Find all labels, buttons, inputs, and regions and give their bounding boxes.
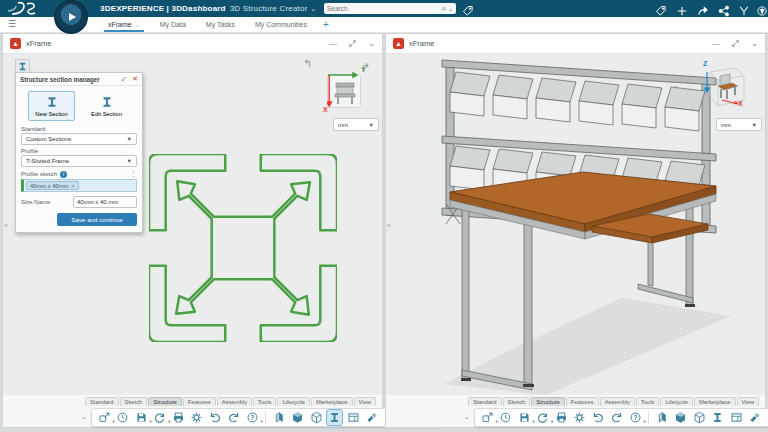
ribbon-tab-standard[interactable]: Standard xyxy=(468,397,502,406)
ribbon-tab-features[interactable]: Features xyxy=(566,397,599,406)
sketch-viewport[interactable]: » ↰ ↰ Y X xyxy=(3,54,382,395)
share-model-icon[interactable]: ▾ xyxy=(480,410,495,425)
help-icon[interactable] xyxy=(756,3,768,15)
ribbon-tab-standard[interactable]: Standard xyxy=(85,397,119,406)
new-section-button[interactable]: New Section xyxy=(28,91,75,121)
dialog-docked-tab[interactable] xyxy=(15,59,30,72)
export-stack-icon[interactable] xyxy=(554,410,569,425)
share-forward-icon[interactable] xyxy=(697,3,709,15)
structure-section-ibeam-icon[interactable] xyxy=(710,410,725,425)
export-stack-icon[interactable] xyxy=(171,410,186,425)
fastener-tool-icon[interactable] xyxy=(364,410,379,425)
ribbon-tab-lifecycle[interactable]: Lifecycle xyxy=(277,397,310,406)
save-and-continue-button[interactable]: Save and continue xyxy=(57,213,137,226)
column-profile-icon[interactable] xyxy=(655,410,670,425)
history-clock-icon[interactable] xyxy=(115,410,130,425)
save-icon[interactable]: ▾ xyxy=(517,410,532,425)
expand-icon[interactable] xyxy=(348,39,357,48)
surface-box-icon[interactable] xyxy=(309,410,324,425)
update-sync-icon[interactable]: ▾ xyxy=(152,410,167,425)
expand-icon[interactable] xyxy=(731,39,740,48)
add-icon[interactable] xyxy=(676,3,688,15)
redo-icon[interactable] xyxy=(226,410,241,425)
solid-box-icon[interactable] xyxy=(290,410,305,425)
dialog-close-icon[interactable]: ✕ xyxy=(132,75,138,83)
ribbon-tab-assembly[interactable]: Assembly xyxy=(217,397,252,406)
redo-icon[interactable] xyxy=(609,410,624,425)
profile-sketch-field[interactable]: 40mm x 40mm × xyxy=(21,179,137,192)
minimize-icon[interactable]: — xyxy=(712,40,720,48)
dialog-confirm-icon[interactable]: ✓ xyxy=(120,75,127,84)
kebab-menu-icon[interactable]: ⋮ xyxy=(130,170,137,178)
help-circle-icon[interactable]: ▾ xyxy=(628,410,643,425)
edit-section-button[interactable]: Edit Section xyxy=(83,91,130,121)
settings-gear-icon[interactable] xyxy=(189,410,204,425)
tab-my-data[interactable]: My Data xyxy=(150,17,196,32)
ribbon-tab-view[interactable]: View xyxy=(737,397,759,406)
ribbon-tab-structure[interactable]: Structure xyxy=(148,397,182,406)
update-sync-icon[interactable]: ▾ xyxy=(535,410,550,425)
help-circle-icon[interactable]: ▾ xyxy=(245,410,260,425)
tslot-profile-sketch[interactable] xyxy=(149,154,337,342)
panel-expander-chevron-icon[interactable]: » xyxy=(4,222,8,229)
tab-my-communities[interactable]: My Communities xyxy=(245,17,317,32)
tag-filter-icon[interactable] xyxy=(462,3,474,15)
toolbar-collapse-icon[interactable]: ⌄ xyxy=(464,413,470,421)
global-search[interactable]: ⌕ ⌄ xyxy=(324,3,456,14)
share-model-icon[interactable]: ▾ xyxy=(97,410,112,425)
units-dropdown[interactable]: mm▼ xyxy=(333,118,379,131)
sketch-chip[interactable]: 40mm x 40mm × xyxy=(26,181,79,190)
3d-viewport[interactable]: » xyxy=(386,54,765,395)
ribbon-tab-assembly[interactable]: Assembly xyxy=(600,397,635,406)
search-icon[interactable]: ⌕ xyxy=(441,5,445,13)
tab-caret-icon[interactable]: ⌄ xyxy=(135,21,140,28)
panel-frame-icon[interactable] xyxy=(729,410,744,425)
app-switch-caret-icon[interactable]: ⌄ xyxy=(311,5,317,12)
dialog-title-bar[interactable]: Structure section manager ✓ ✕ xyxy=(16,73,142,86)
rotate-left-icon[interactable]: ↰ xyxy=(303,58,312,69)
ribbon-tab-lifecycle[interactable]: Lifecycle xyxy=(660,397,693,406)
ribbon-tab-tools[interactable]: Tools xyxy=(253,397,277,406)
share-nodes-icon[interactable] xyxy=(718,3,730,15)
structure-section-ibeam-icon[interactable] xyxy=(327,410,342,425)
fastener-tool-icon[interactable] xyxy=(747,410,762,425)
3dexperience-compass-icon[interactable] xyxy=(54,0,88,34)
tag-icon[interactable] xyxy=(655,3,667,15)
column-profile-icon[interactable] xyxy=(272,410,287,425)
panel-menu-caret-icon[interactable]: ⌄ xyxy=(751,40,758,48)
menu-hamburger-icon[interactable]: ☰ xyxy=(8,20,20,29)
minimize-icon[interactable]: — xyxy=(329,40,337,48)
viewcube-arrow-icon[interactable]: ‹ xyxy=(674,82,677,92)
ribbon-tab-sketch[interactable]: Sketch xyxy=(120,397,148,406)
units-dropdown[interactable]: mm▼ xyxy=(716,118,762,131)
panel-frame-icon[interactable] xyxy=(346,410,361,425)
ribbon-tab-marketplace[interactable]: Marketplace xyxy=(311,397,353,406)
info-icon[interactable]: i xyxy=(60,171,67,178)
compass-play-icon xyxy=(69,13,76,21)
search-input[interactable] xyxy=(327,5,441,12)
ribbon-tab-sketch[interactable]: Sketch xyxy=(503,397,531,406)
settings-gear-icon[interactable] xyxy=(572,410,587,425)
tab-my-tasks[interactable]: My Tasks xyxy=(196,17,245,32)
ribbon-tab-tools[interactable]: Tools xyxy=(636,397,660,406)
toolbar-collapse-icon[interactable]: ⌄ xyxy=(81,413,87,421)
search-caret-icon[interactable]: ⌄ xyxy=(448,5,453,12)
undo-icon[interactable] xyxy=(591,410,606,425)
surface-box-icon[interactable] xyxy=(692,410,707,425)
solid-box-icon[interactable] xyxy=(673,410,688,425)
ribbon-tab-features[interactable]: Features xyxy=(183,397,216,406)
standard-select[interactable]: Custom Sections▼ xyxy=(21,133,137,145)
save-icon[interactable]: ▾ xyxy=(134,410,149,425)
ribbon-tab-marketplace[interactable]: Marketplace xyxy=(694,397,736,406)
profile-select[interactable]: T-Slotted Frame▼ xyxy=(21,155,137,167)
panel-menu-caret-icon[interactable]: ⌄ xyxy=(368,40,375,48)
tab-xframe[interactable]: xFrame⌄ xyxy=(98,17,150,32)
size-name-input[interactable] xyxy=(73,196,137,208)
ribbon-tab-view[interactable]: View xyxy=(354,397,376,406)
tools-icon[interactable] xyxy=(738,3,750,15)
chip-remove-icon[interactable]: × xyxy=(71,183,75,189)
history-clock-icon[interactable] xyxy=(498,410,513,425)
ribbon-tab-structure[interactable]: Structure xyxy=(531,397,565,406)
undo-icon[interactable] xyxy=(208,410,223,425)
add-tab-button[interactable]: + xyxy=(323,19,329,30)
